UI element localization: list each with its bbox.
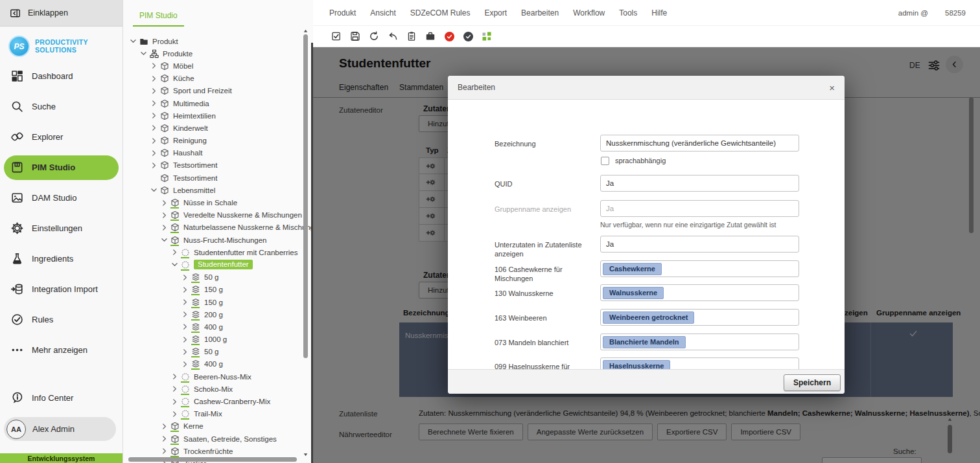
tree-node-reinigung[interactable]: Reinigung [123, 135, 304, 147]
menu-item-tools[interactable]: Tools [619, 8, 637, 17]
bezeichnung-input[interactable] [600, 135, 799, 152]
chevron-right-icon[interactable] [150, 162, 158, 169]
toolbar-button-save-all[interactable] [329, 29, 344, 43]
sidebar-item-suche[interactable]: Suche [0, 91, 122, 122]
tree-node-kerne[interactable]: Kerne [123, 420, 304, 433]
chevron-right-icon[interactable] [150, 62, 158, 69]
sidebar-item-einstellungen[interactable]: Einstellungen [0, 213, 122, 243]
chevron-right-icon[interactable] [150, 150, 158, 157]
tree-node-studentenfutter[interactable]: Studentenfutter [123, 258, 304, 271]
tree-node-nuss-frucht-mischungen[interactable]: Nuss-Frucht-Mischungen [123, 234, 304, 246]
tree-node-heimtextilien[interactable]: Heimtextilien [123, 109, 304, 122]
chevron-right-icon[interactable] [161, 212, 168, 219]
tree-node-sport-und-freizeit[interactable]: Sport und Freizeit [123, 85, 304, 97]
tree-node-nuesse-in-schale[interactable]: Nüsse in Schale [123, 196, 304, 209]
tree-node-kinderwelt[interactable]: Kinderwelt [123, 122, 304, 134]
chevron-right-icon[interactable] [161, 435, 168, 442]
chevron-down-icon[interactable] [171, 261, 178, 268]
sidebar-item-mehr-anzeigen[interactable]: Mehr anzeigen [0, 335, 122, 365]
tree-node-testsortiment[interactable]: Testsortiment [123, 159, 304, 172]
chevron-right-icon[interactable] [181, 336, 189, 343]
tag-weinbeeren-getrocknet[interactable]: Weinbeeren getrocknet [603, 311, 694, 324]
106-cashewkerne-fuer-mischungen-input[interactable]: Cashewkerne [600, 260, 799, 277]
chevron-right-icon[interactable] [181, 361, 189, 368]
tag-cashewkerne[interactable]: Cashewkerne [603, 263, 662, 275]
tree-node-trockenfruechte[interactable]: Trockenfrüchte [123, 445, 304, 457]
tree-node-multimedia[interactable]: Multimedia [123, 97, 304, 109]
tree-node-beeren-nuss-mix[interactable]: Beeren-Nuss-Mix [123, 370, 304, 383]
tree-node-saaten-getreide-sonstiges[interactable]: Saaten, Getreide, Sonstiges [123, 433, 304, 445]
sidebar-item-pim-studio[interactable]: PIM Studio [4, 155, 119, 180]
scroll-down-icon[interactable] [303, 452, 309, 457]
menu-item-workflow[interactable]: Workflow [573, 8, 605, 17]
tree-node-trail-mix[interactable]: Trail-Mix [123, 408, 304, 420]
tree-node-testsortiment[interactable]: Testsortiment [123, 172, 304, 184]
tree-node-schoko-mix[interactable]: Schoko-Mix [123, 383, 304, 395]
chevron-right-icon[interactable] [150, 112, 158, 119]
chevron-right-icon[interactable] [150, 100, 158, 107]
toolbar-button-paste[interactable] [404, 29, 419, 43]
close-icon[interactable]: × [829, 83, 835, 93]
chevron-right-icon[interactable] [150, 124, 158, 131]
toolbar-button-save[interactable] [348, 29, 362, 43]
menu-item-export[interactable]: Export [484, 8, 507, 17]
chevron-right-icon[interactable] [171, 411, 178, 418]
sidebar-item-integration-import[interactable]: Integration Import [0, 274, 122, 304]
toolbar-button-briefcase[interactable] [423, 29, 438, 43]
sidebar-item-dashboard[interactable]: Dashboard [0, 61, 122, 91]
user-menu[interactable]: AA Alex Admin [4, 417, 116, 441]
toolbar-button-status-error[interactable] [442, 29, 456, 43]
tree-node-400-g[interactable]: 400 g [123, 358, 304, 370]
toolbar-button-refresh[interactable] [367, 29, 381, 43]
tree-node-50-g[interactable]: 50 g [123, 271, 304, 284]
073-mandeln-blanchiert-input[interactable]: Blanchierte Mandeln [600, 333, 799, 350]
chevron-right-icon[interactable] [181, 286, 189, 293]
menu-item-sdzecom-rules[interactable]: SDZeCOM Rules [410, 8, 471, 17]
menu-item-hilfe[interactable]: Hilfe [651, 8, 667, 17]
tab-pim-studio[interactable]: PIM Studio [133, 8, 184, 27]
chevron-right-icon[interactable] [150, 87, 158, 95]
tree-node-studentenfutter-mit-cranberries[interactable]: Studentenfutter mit Cranberries [123, 246, 304, 258]
toolbar-button-status-ok[interactable] [461, 29, 475, 43]
chevron-right-icon[interactable] [171, 398, 178, 405]
tree-horizontal-scrollbar[interactable] [128, 457, 297, 462]
163-weinbeeren-input[interactable]: Weinbeeren getrocknet [600, 309, 799, 326]
chevron-down-icon[interactable] [150, 186, 158, 194]
toolbar-button-status-squares[interactable] [480, 29, 494, 43]
chevron-right-icon[interactable] [171, 373, 178, 380]
sidebar-item-ingredients[interactable]: Ingredients [0, 243, 122, 274]
tree-node-produkt[interactable]: Produkt [123, 35, 304, 47]
menu-item-produkt[interactable]: Produkt [329, 8, 356, 17]
130-walnusskerne-input[interactable]: Walnusskerne [600, 284, 799, 301]
quid-input[interactable] [600, 175, 799, 192]
tree-node-1000-g[interactable]: 1000 g [123, 333, 304, 346]
tree-node-400-g[interactable]: 400 g [123, 321, 304, 333]
tree-node-veredelte-nusskerne-mischungen[interactable]: Veredelte Nusskerne & Mischungen [123, 209, 304, 221]
chevron-right-icon[interactable] [150, 75, 158, 82]
chevron-right-icon[interactable] [181, 274, 189, 281]
chevron-down-icon[interactable] [140, 50, 147, 57]
sidebar-item-dam-studio[interactable]: DAM Studio [0, 183, 122, 213]
tag-walnusskerne[interactable]: Walnusskerne [603, 287, 664, 299]
tree-node-200-g[interactable]: 200 g [123, 308, 304, 321]
collapse-button[interactable]: Einklappen [0, 0, 122, 27]
chevron-right-icon[interactable] [181, 311, 189, 318]
menu-item-bearbeiten[interactable]: Bearbeiten [521, 8, 559, 17]
gruppenname-anzeigen-input[interactable] [600, 200, 799, 217]
tree-node-150-g[interactable]: 150 g [123, 284, 304, 296]
tree-node-50-g[interactable]: 50 g [123, 346, 304, 358]
sidebar-item-rules[interactable]: Rules [0, 304, 122, 335]
menu-item-ansicht[interactable]: Ansicht [370, 8, 395, 17]
chevron-right-icon[interactable] [181, 323, 189, 330]
tree-node-produkte[interactable]: Produkte [123, 47, 304, 60]
tree-node-150-g[interactable]: 150 g [123, 296, 304, 308]
tree-vertical-scrollbar[interactable] [303, 34, 308, 358]
scroll-up-icon[interactable] [303, 28, 309, 34]
sidebar-item-explorer[interactable]: Explorer [0, 122, 122, 152]
chevron-right-icon[interactable] [161, 447, 168, 455]
toolbar-button-undo[interactable] [386, 29, 400, 43]
sprachabhaengig-checkbox[interactable] [601, 157, 609, 165]
tree-node-naturbelassene-nusskerne-mischungen[interactable]: Naturbelassene Nusskerne & Mischungen [123, 221, 304, 234]
tree-node-lebensmittel[interactable]: Lebensmittel [123, 184, 304, 196]
sidebar-item-info-center[interactable]: Info Center [0, 383, 122, 413]
